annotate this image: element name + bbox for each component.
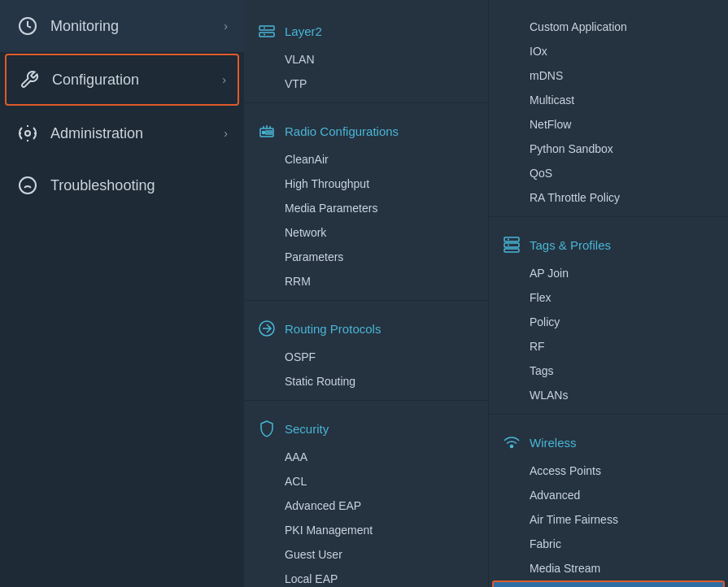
section-routing-protocols: Routing Protocols OSPF Static Routing (244, 304, 488, 397)
security-local-eap[interactable]: Local EAP (244, 567, 488, 587)
divider-right-1 (489, 216, 728, 217)
service-netflow[interactable]: NetFlow (489, 112, 728, 137)
routing-protocols-header: Routing Protocols (244, 312, 488, 345)
administration-chevron: › (224, 127, 228, 140)
sidebar-monitoring-label: Monitoring (50, 18, 119, 35)
section-wireless: Wireless Access Points Advanced Air Time… (489, 418, 728, 587)
tags-profiles-header: Tags & Profiles (489, 228, 728, 261)
divider-2 (244, 300, 488, 301)
wireless-advanced[interactable]: Advanced (489, 483, 728, 507)
routing-static[interactable]: Static Routing (244, 369, 488, 394)
security-label: Security (285, 422, 329, 436)
tags-flex[interactable]: Flex (489, 285, 728, 310)
monitoring-chevron: › (224, 20, 228, 33)
security-header: Security (244, 412, 488, 445)
security-advanced-eap[interactable]: Advanced EAP (244, 494, 488, 518)
layer2-vlan[interactable]: VLAN (244, 47, 488, 72)
divider-1 (244, 102, 488, 103)
radio-high-throughput[interactable]: High Throughput (244, 172, 488, 196)
monitoring-icon (16, 15, 39, 37)
tags-tags[interactable]: Tags (489, 359, 728, 383)
routing-protocols-label: Routing Protocols (285, 322, 381, 336)
radio-parameters[interactable]: Parameters (244, 245, 488, 269)
sidebar-item-configuration[interactable]: Configuration › (5, 54, 239, 106)
svg-rect-6 (259, 33, 274, 37)
service-custom-app[interactable]: Custom Application (489, 15, 728, 39)
layer2-header: Layer2 (244, 15, 488, 47)
section-security: Security AAA ACL Advanced EAP PKI Manage… (244, 404, 488, 587)
wireless-mesh[interactable]: Mesh (492, 580, 725, 587)
radio-network[interactable]: Network (244, 220, 488, 245)
radio-media-parameters[interactable]: Media Parameters (244, 196, 488, 220)
wireless-air-time-fairness[interactable]: Air Time Fairness (489, 507, 728, 532)
radio-rrm[interactable]: RRM (244, 269, 488, 294)
routing-protocols-icon (257, 319, 277, 338)
configuration-icon (18, 68, 41, 91)
tags-wlans[interactable]: WLANs (489, 383, 728, 407)
service-mdns[interactable]: mDNS (489, 63, 728, 88)
service-multicast[interactable]: Multicast (489, 88, 728, 112)
service-iox[interactable]: IOx (489, 39, 728, 63)
security-pki[interactable]: PKI Management (244, 518, 488, 542)
layer2-label: Layer2 (285, 24, 322, 38)
wireless-icon (502, 433, 521, 452)
svg-point-13 (263, 132, 265, 134)
radio-configurations-label: Radio Configurations (285, 124, 399, 138)
svg-rect-18 (504, 237, 519, 241)
svg-rect-5 (259, 26, 274, 30)
sidebar: Monitoring › Configuration › Administrat… (0, 0, 244, 587)
tags-ap-join[interactable]: AP Join (489, 261, 728, 285)
wireless-media-stream[interactable]: Media Stream (489, 556, 728, 580)
radio-cleanair[interactable]: CleanAir (244, 147, 488, 172)
sidebar-item-administration[interactable]: Administration › (0, 107, 244, 159)
security-aaa[interactable]: AAA (244, 445, 488, 469)
security-guest-user[interactable]: Guest User (244, 542, 488, 567)
section-radio-configurations: Radio Configurations CleanAir High Throu… (244, 107, 488, 297)
radio-configurations-icon (257, 121, 277, 141)
divider-3 (244, 400, 488, 401)
sidebar-configuration-label: Configuration (52, 72, 139, 89)
routing-ospf[interactable]: OSPF (244, 345, 488, 369)
configuration-chevron: › (222, 73, 226, 86)
security-icon (257, 419, 277, 438)
section-layer2: Layer2 VLAN VTP (244, 7, 488, 99)
layer2-vtp[interactable]: VTP (244, 72, 488, 96)
svg-rect-20 (504, 249, 519, 252)
security-acl[interactable]: ACL (244, 469, 488, 494)
tags-rf[interactable]: RF (489, 334, 728, 359)
svg-point-23 (511, 446, 513, 448)
middle-column: Layer2 VLAN VTP Radio Configurations (244, 0, 488, 587)
troubleshooting-icon (16, 174, 39, 197)
tags-profiles-icon (502, 235, 521, 254)
divider-right-2 (489, 414, 728, 415)
sidebar-administration-label: Administration (50, 125, 143, 142)
radio-configurations-header: Radio Configurations (244, 115, 488, 147)
layer2-icon (257, 21, 277, 41)
wireless-header: Wireless (489, 426, 728, 459)
section-tags-profiles: Tags & Profiles AP Join Flex Policy RF T… (489, 220, 728, 411)
sidebar-item-monitoring[interactable]: Monitoring › (0, 0, 244, 52)
wireless-access-points[interactable]: Access Points (489, 459, 728, 483)
wireless-label: Wireless (530, 436, 577, 450)
svg-point-1 (25, 131, 30, 136)
sidebar-item-troubleshooting[interactable]: Troubleshooting (0, 159, 244, 211)
svg-rect-19 (504, 243, 519, 247)
service-qos[interactable]: QoS (489, 161, 728, 185)
sidebar-troubleshooting-label: Troubleshooting (50, 177, 155, 194)
tags-policy[interactable]: Policy (489, 310, 728, 334)
service-python-sandbox[interactable]: Python Sandbox (489, 137, 728, 161)
wireless-fabric[interactable]: Fabric (489, 532, 728, 556)
administration-icon (16, 122, 39, 145)
tags-profiles-label: Tags & Profiles (530, 238, 611, 252)
service-ra-throttle[interactable]: RA Throttle Policy (489, 185, 728, 210)
section-services: Custom Application IOx mDNS Multicast Ne… (489, 7, 728, 213)
right-column: Custom Application IOx mDNS Multicast Ne… (488, 0, 728, 587)
